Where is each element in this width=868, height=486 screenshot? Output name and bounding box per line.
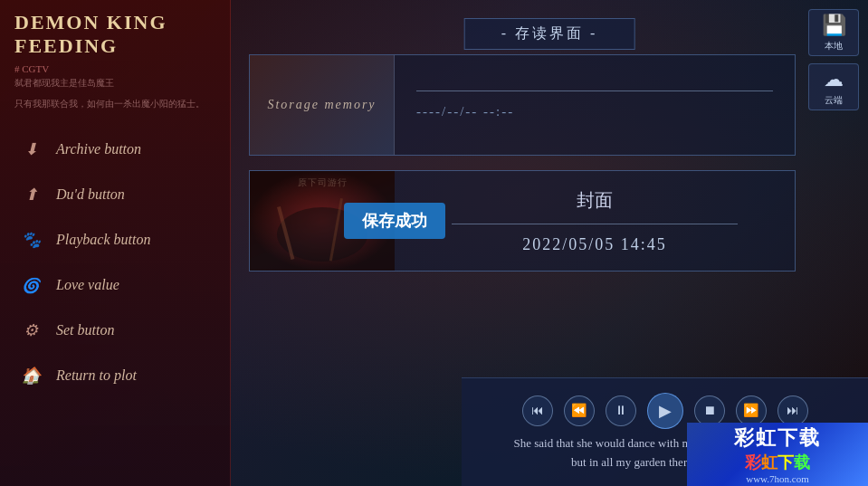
wm-char-3: 下 [777, 452, 794, 473]
slot2-info: 封面 2022/05/05 14:45 [395, 171, 795, 271]
sidebar-item-archive[interactable]: ⬇ Archive button [0, 127, 230, 172]
wm-char-1: 彩 [745, 452, 761, 473]
set-label: Set button [56, 322, 114, 338]
rewind-button[interactable]: ⏪ [564, 395, 595, 426]
watermark: 彩虹下载 彩 虹 下 载 www.7hon.com [687, 423, 868, 486]
slot1-thumb-text: Storage memory [267, 98, 376, 112]
sidebar: DEMON KING FEEDING # CGTV 弑君都现我主是佳岛魔王 只有… [0, 0, 231, 486]
return-label: Return to plot [56, 367, 137, 384]
slot2-line [452, 224, 737, 224]
slot1-thumbnail: Storage memory [250, 55, 395, 155]
savload-area: Storage memory ----/--/-- --:-- 原下司游行 [249, 54, 796, 386]
dud-icon: ⬆ [18, 182, 43, 207]
save-success-badge: 保存成功 [344, 203, 445, 239]
slot2-title: 封面 [416, 188, 773, 213]
sidebar-menu: ⬇ Archive button ⬆ Du'd button 🐾 Playbac… [0, 127, 230, 398]
home-icon: 🏠 [18, 363, 43, 388]
header-title: - 存读界面 - [501, 25, 598, 41]
fast-forward-button[interactable]: ⏩ [736, 395, 767, 426]
cloud-label: 云端 [825, 94, 843, 107]
sidebar-item-return[interactable]: 🏠 Return to plot [0, 353, 230, 398]
sidebar-item-dud[interactable]: ⬆ Du'd button [0, 172, 230, 217]
skip-forward-button[interactable]: ⏭ [777, 395, 808, 426]
wm-url: www.7hon.com [746, 473, 809, 484]
save-slot-2[interactable]: 原下司游行 [249, 170, 796, 272]
pause-button[interactable]: ⏸ [606, 395, 636, 426]
cloud-icon: ☁ [824, 68, 844, 91]
wm-rainbow: 彩 虹 下 载 [745, 452, 810, 473]
slot1-thumbnail-inner: Storage memory [250, 55, 394, 155]
main-area: - 存读界面 - 💾 本地 ☁ 云端 Storage memory ----/-… [231, 0, 868, 486]
local-button[interactable]: 💾 本地 [808, 9, 859, 56]
playback-label: Playback button [56, 232, 150, 248]
game-title: DEMON KING FEEDING [0, 0, 230, 62]
love-icon: 🌀 [18, 272, 43, 298]
save-slot-1[interactable]: Storage memory ----/--/-- --:-- [249, 54, 796, 156]
archive-label: Archive button [56, 141, 141, 157]
right-panel: 💾 本地 ☁ 云端 [808, 9, 859, 110]
sidebar-item-playback[interactable]: 🐾 Playback button [0, 217, 230, 262]
game-desc1: 弑君都现我主是佳岛魔王 [0, 76, 230, 97]
play-button[interactable]: ▶ [647, 393, 683, 429]
cloud-button[interactable]: ☁ 云端 [808, 63, 859, 110]
set-icon: ⚙ [18, 318, 43, 343]
slot1-date: ----/--/-- --:-- [416, 104, 773, 119]
wm-top-text: 彩虹下载 [734, 424, 821, 452]
wm-char-2: 虹 [761, 452, 777, 473]
sidebar-item-set[interactable]: ⚙ Set button [0, 308, 230, 353]
game-source: # CGTV [0, 62, 230, 76]
local-label: 本地 [825, 40, 843, 52]
sidebar-item-love[interactable]: 🌀 Love value [0, 262, 230, 308]
love-label: Love value [56, 277, 119, 293]
slot1-line-top [416, 91, 773, 91]
dud-label: Du'd button [56, 186, 125, 203]
playback-icon: 🐾 [18, 227, 43, 253]
skip-back-button[interactable]: ⏮ [522, 395, 553, 426]
slot2-date: 2022/05/05 14:45 [416, 235, 773, 254]
wm-char-4: 载 [794, 452, 810, 473]
stop-button[interactable]: ⏹ [694, 395, 725, 426]
archive-icon: ⬇ [18, 137, 43, 162]
local-icon: 💾 [822, 14, 846, 37]
header-panel: - 存读界面 - [464, 18, 635, 50]
game-desc2: 只有我那联合我，如何由一杀出魔小阳的猛士。 [0, 97, 230, 118]
slot1-info: ----/--/-- --:-- [395, 55, 795, 155]
